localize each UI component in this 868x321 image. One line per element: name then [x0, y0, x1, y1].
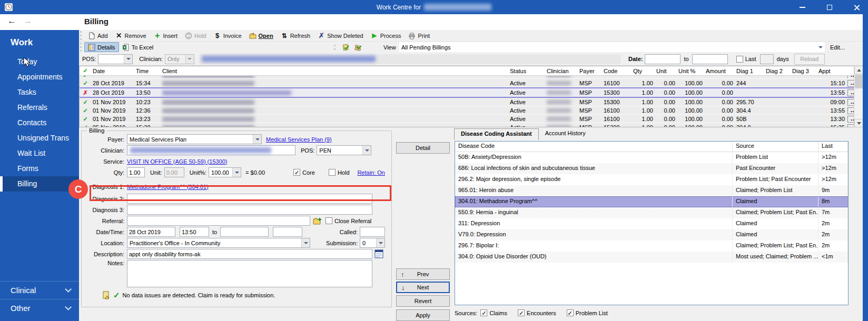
table-scrollbar[interactable] — [854, 66, 863, 127]
diagnosis2-input[interactable] — [127, 194, 372, 204]
description-input[interactable] — [127, 249, 372, 259]
clinician-input[interactable] — [127, 145, 295, 155]
sidebar-item[interactable]: Billing — [0, 176, 79, 192]
maximize-button[interactable] — [824, 2, 835, 13]
remove-button[interactable]: ✕ Remove — [112, 31, 150, 41]
scroll-down-icon[interactable] — [854, 119, 863, 127]
diagnosis1-link[interactable]: Methadone Program^^ (304.01) — [127, 184, 209, 190]
date-input[interactable] — [127, 227, 175, 237]
end-time-input[interactable] — [273, 227, 302, 237]
col-time[interactable]: Time — [134, 68, 161, 74]
detail-button[interactable]: Detail — [396, 142, 450, 154]
encounters-filter[interactable]: ✓ Encounters — [518, 309, 556, 316]
disease-row[interactable]: 686: Local infections of skin and subcut… — [455, 163, 848, 174]
disease-row[interactable]: 304.0: Opioid Use Disorder (OUD) Most us… — [455, 252, 848, 263]
hold-checkbox[interactable] — [329, 169, 336, 176]
disease-row[interactable]: V79.0: Depression Claimed 2m — [455, 229, 848, 240]
col-disease-code[interactable]: Disease Code — [455, 142, 733, 152]
reload-button[interactable]: Reload — [794, 54, 825, 65]
table-row[interactable]: ✓ 01 Nov 2019 10:23 Active MSP 15300 1.0… — [80, 98, 860, 106]
to-excel-tab[interactable]: To Excel — [119, 42, 157, 52]
problem-list-checkbox[interactable]: ✓ — [567, 309, 574, 316]
disease-row[interactable]: 311: Depression Claimed 2m — [455, 218, 848, 229]
disease-row[interactable]: 296.2: Major depression, single episode … — [455, 174, 848, 185]
add-button[interactable]: Add — [84, 31, 112, 41]
scroll-up-icon[interactable] — [854, 66, 863, 74]
disease-row[interactable]: 50B: Anxiety/Depression Problem List >12… — [455, 152, 848, 163]
notes-textarea[interactable] — [127, 260, 372, 287]
find-referral-icon[interactable] — [313, 217, 322, 225]
sidebar-item[interactable]: Appointments — [0, 69, 79, 85]
apply-button[interactable]: Apply — [396, 309, 450, 321]
col-client[interactable]: Client — [161, 68, 508, 74]
sidebar-item[interactable]: Referrals — [0, 100, 79, 115]
sidebar-section-clinical[interactable]: Clinical — [0, 281, 79, 299]
table-row[interactable]: ✓ 01 Nov 2019 12:36 Active MSP 16100 1.0… — [80, 106, 860, 115]
called-input[interactable] — [360, 227, 385, 237]
referral-input[interactable] — [127, 216, 310, 226]
date-from-input[interactable] — [645, 54, 680, 64]
table-row[interactable]: ✓ 28 Oct 2019 15:34 Active MSP 16100 1.0… — [80, 79, 860, 87]
date-to-input[interactable] — [692, 54, 728, 64]
sidebar-item[interactable]: Contacts — [0, 115, 79, 131]
forward-button[interactable]: → — [23, 16, 32, 26]
col-unit-pct[interactable]: Unit % — [677, 68, 704, 74]
claims-filter[interactable]: ✓ Claims — [480, 309, 507, 316]
sidebar-item[interactable]: Forms — [0, 161, 79, 176]
table-row[interactable]: ✓ 01 Nov 2019 13:23 Active MSP 16100 1.0… — [80, 115, 860, 123]
invoice-button[interactable]: $ Invoice — [210, 31, 245, 41]
col-diag1[interactable]: Diag 1 — [735, 68, 764, 74]
refresh-button[interactable]: ⇅ Refresh — [277, 31, 314, 41]
diagnosis3-input[interactable] — [127, 205, 372, 215]
unit-input[interactable] — [164, 167, 184, 177]
scroll-thumb[interactable] — [855, 75, 863, 88]
col-unit[interactable]: Unit — [655, 68, 677, 74]
col-appt[interactable]: Appt — [817, 68, 846, 74]
print-button[interactable]: Print — [405, 31, 433, 41]
process-button[interactable]: ▶ Process — [367, 31, 405, 41]
col-status[interactable]: Status — [508, 68, 545, 74]
pos-select[interactable]: PEN — [317, 145, 371, 155]
table-row[interactable]: ✓ 05 Nov 2019 15:38 Active MSP 15300 1.0… — [80, 123, 860, 127]
next-button[interactable]: ↓ Next — [396, 282, 450, 293]
open-button[interactable]: Open — [245, 31, 277, 41]
col-last[interactable]: Last — [818, 142, 848, 152]
disease-row[interactable]: 296.7: Bipolar I: Claimed; Problem List;… — [455, 240, 848, 252]
col-clinician[interactable]: Clinician — [545, 68, 578, 74]
encounters-checkbox[interactable]: ✓ — [518, 309, 525, 316]
col-source[interactable]: Source — [733, 142, 818, 152]
payer-link[interactable]: Medical Services Plan (9) — [266, 136, 332, 143]
core-checkbox[interactable]: ✓ — [293, 169, 300, 176]
disease-row[interactable]: 965.01: Heroin abuse Claimed; Problem Li… — [455, 185, 848, 196]
qty-input[interactable] — [127, 167, 145, 177]
hold-button[interactable]: Hold — [181, 31, 210, 41]
location-select[interactable]: Practitioner's Office - In Community — [127, 238, 310, 248]
sidebar-section-other[interactable]: Other — [0, 299, 79, 317]
back-button[interactable]: ← — [7, 16, 16, 26]
sidebar-item[interactable]: Today — [0, 54, 79, 69]
time-input[interactable] — [180, 227, 209, 237]
validate-claim-icon[interactable] — [342, 44, 350, 51]
days-input[interactable] — [760, 54, 774, 64]
col-date[interactable]: Date — [91, 68, 134, 74]
col-diag2[interactable]: Diag 2 — [764, 68, 791, 74]
sidebar-item[interactable]: Wait List — [0, 146, 79, 161]
retain-link[interactable]: Retain: On — [357, 169, 385, 176]
unit-pct-select[interactable]: 100.00 — [209, 167, 241, 177]
pos-filter-select[interactable] — [98, 54, 133, 64]
disease-row[interactable]: 550.9: Hernia - inguinal Claimed; Proble… — [455, 207, 848, 218]
col-qty[interactable]: Qty — [632, 68, 655, 74]
col-amount[interactable]: Amount — [704, 68, 735, 74]
service-link[interactable]: VISIT IN OFFICE (AGE 50-59) (15300) — [127, 158, 228, 165]
tab-disease-coding-assistant[interactable]: Disease Coding Assistant — [454, 128, 539, 140]
revert-button[interactable]: Revert — [396, 295, 450, 307]
clinician-mode-select[interactable]: Only — [165, 54, 194, 64]
tab-account-history[interactable]: Account History — [539, 128, 592, 140]
insert-button[interactable]: + Insert — [150, 31, 182, 41]
description-editor-icon[interactable] — [374, 249, 383, 258]
col-payer[interactable]: Payer — [578, 68, 602, 74]
table-row[interactable]: ✗ 28 Oct 2019 13:50 Active MSP 15300 1.0… — [80, 87, 860, 98]
disease-row[interactable]: 304.01: Methadone Program^^ Claimed 8m — [455, 196, 848, 207]
sidebar-item[interactable]: Unsigned Trans — [0, 131, 79, 146]
minimize-button[interactable] — [796, 2, 808, 13]
